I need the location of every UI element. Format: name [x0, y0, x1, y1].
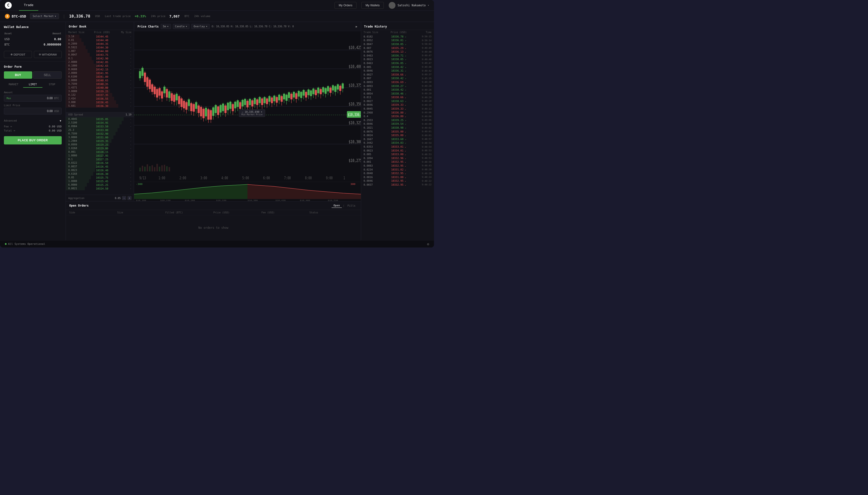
order-book-buy-row[interactable]: 0.0999 10329.25 -: [66, 143, 134, 147]
col-trade-time: Time: [412, 31, 431, 34]
sell-button[interactable]: SELL: [33, 71, 62, 79]
svg-rect-138: [256, 99, 259, 105]
col-price: Price (USD): [91, 31, 114, 34]
tab-limit[interactable]: LIMIT: [23, 82, 43, 88]
order-book-buy-row[interactable]: 3.0268 10329.00 -: [66, 147, 134, 150]
withdraw-button[interactable]: ⊖ WITHDRAW: [34, 51, 62, 58]
svg-rect-90: [197, 105, 200, 113]
order-book-buy-row[interactable]: 0.0037 10326.45 -: [66, 165, 134, 168]
chevron-down-icon: ▾: [185, 25, 187, 28]
order-book-sell-row[interactable]: 2.414 10336.55 -: [66, 97, 134, 100]
order-book-sell-row[interactable]: 1.0000 10340.65 -: [66, 79, 134, 82]
tab-stop[interactable]: STOP: [43, 82, 62, 88]
order-book-buy-row[interactable]: 0.1 10327.25 -: [66, 157, 134, 161]
svg-rect-32: [149, 166, 151, 171]
order-book-buy-row[interactable]: 0.05 10325.75 -: [66, 176, 134, 179]
my-wallets-button[interactable]: My Wallets: [361, 2, 384, 9]
svg-rect-70: [173, 95, 175, 102]
order-book-sell-row[interactable]: 3.000 10336.45 -: [66, 100, 134, 104]
trade-history-row: 0.1821 10338.98 ↗ 9:49:02: [361, 126, 434, 130]
tab-open[interactable]: Open: [332, 203, 342, 208]
order-book-buy-row[interactable]: 3.0000 10331.00 -: [66, 135, 134, 139]
svg-text:$10,530: $10,530: [328, 200, 338, 201]
order-book-buy-row[interactable]: 1.0000 10327.95 -: [66, 154, 134, 157]
order-book-buy-row[interactable]: 0.0322 10326.50 -: [66, 161, 134, 165]
tab-market[interactable]: MARKET: [4, 82, 23, 88]
order-book-sell-row[interactable]: 3.14 10344.45 -: [66, 35, 134, 38]
order-book-sell-row[interactable]: 0.2999 10344.35 -: [66, 42, 134, 46]
svg-rect-122: [237, 100, 239, 107]
limit-price-input-row: USD: [4, 108, 62, 115]
order-book-buy-row[interactable]: 0.001 10328.15 -: [66, 150, 134, 154]
settings-icon[interactable]: ⚙: [427, 242, 429, 246]
chart-type-selector[interactable]: Candle ▾: [173, 24, 190, 29]
order-book-sell-row[interactable]: 2.0000 10341.95 -: [66, 71, 134, 75]
svg-text:9/13: 9/13: [139, 176, 146, 180]
user-menu[interactable]: Satoshi Nakamoto ▾: [389, 2, 429, 9]
order-book-sell-row[interactable]: 5.601 10336.30 -: [66, 104, 134, 108]
order-book-sell-row[interactable]: 1.4371 10340.00 -: [66, 86, 134, 89]
order-book-sell-row[interactable]: 3.0000 10339.25 -: [66, 89, 134, 93]
order-book-sell-row[interactable]: 0.0047 10343.75 -: [66, 53, 134, 56]
trade-history-row: 0.007 10338.42 ↗ 9:45:35: [361, 76, 434, 80]
svg-rect-68: [171, 93, 173, 101]
order-book-sell-row[interactable]: 0.6100 10341.80 -: [66, 75, 134, 79]
limit-price-input[interactable]: [6, 109, 53, 113]
place-order-button[interactable]: PLACE BUY ORDER: [4, 136, 62, 144]
last-price-label: Last trade price: [105, 15, 131, 18]
order-book-sell-row[interactable]: 0.1000 10342.65 -: [66, 64, 134, 67]
chart-forward-icon[interactable]: ▶: [356, 25, 357, 28]
order-book-aggregation: Aggregation 0.05 − +: [66, 195, 134, 201]
order-book-buy-row[interactable]: 0.7599 10332.90 -: [66, 132, 134, 135]
col-trade-price: Price (USD): [386, 31, 412, 34]
deposit-button[interactable]: ⊕ DEPOSIT: [4, 51, 32, 58]
max-link[interactable]: Max: [6, 97, 11, 100]
svg-rect-44: [142, 68, 144, 76]
order-book-sell-row[interactable]: 0.132 10337.35 -: [66, 93, 134, 97]
select-market-button[interactable]: Select Market ▾: [30, 13, 59, 19]
tab-trade[interactable]: Trade: [19, 0, 38, 11]
order-book-sell-row[interactable]: 2.0000 10342.85 -: [66, 60, 134, 64]
trade-history-row: 0.0234 10331.02 ↙ 9:48:28: [361, 168, 434, 171]
aggregation-increase-button[interactable]: +: [128, 196, 131, 200]
order-book-buy-row[interactable]: 1.2904 10329.35 -: [66, 139, 134, 143]
svg-rect-168: [293, 92, 295, 98]
user-name-label: Satoshi Nakamoto: [397, 4, 426, 7]
amount-input[interactable]: [13, 97, 53, 100]
tab-fills[interactable]: Fills: [345, 204, 357, 208]
order-book-sell-row[interactable]: 1.007 10344.00 -: [66, 49, 134, 53]
order-book-buy-row[interactable]: 25.3 10333.00 -: [66, 128, 134, 132]
candlestick-chart: $10,425 $10,400 $10,375 $10,350 $10,325 …: [134, 31, 361, 182]
order-book-sell-row[interactable]: 0.1 10342.90 -: [66, 56, 134, 60]
svg-rect-130: [246, 101, 249, 107]
order-book-buy-row[interactable]: 1.0000 10325.45 -: [66, 179, 134, 183]
order-book-sell-row[interactable]: 0.7599 10340.35 -: [66, 82, 134, 86]
trade-history-row: 0.1667 10333.60 ↗ 9:48:57: [361, 137, 434, 141]
order-book-buy-row[interactable]: 0.0984 10333.50 -: [66, 124, 134, 128]
order-book-sell-row[interactable]: 0.5922 10344.30 -: [66, 46, 134, 49]
timeframe-selector[interactable]: 5m ▾: [161, 24, 171, 29]
order-book-buy-row[interactable]: 0.4045 10335.05 -: [66, 117, 134, 121]
charts-title: Price Charts: [137, 25, 159, 28]
buy-button[interactable]: BUY: [4, 71, 32, 79]
my-orders-button[interactable]: My Orders: [334, 2, 357, 9]
order-book-buy-row[interactable]: 0.6168 10326.30 -: [66, 172, 134, 176]
order-book-buy-row[interactable]: 0.0021 10324.50 -: [66, 187, 134, 190]
app-logo[interactable]: C: [5, 2, 12, 9]
order-book-buy-row[interactable]: 6.0000 10325.25 -: [66, 183, 134, 187]
svg-text:$10,380: $10,380: [247, 200, 258, 201]
aggregation-decrease-button[interactable]: −: [122, 196, 126, 200]
svg-rect-86: [193, 104, 195, 112]
advanced-toggle[interactable]: Advanced ▾: [4, 117, 62, 124]
order-book-sell-row[interactable]: 0.01 10344.40 -: [66, 38, 134, 42]
chart-area[interactable]: $10,425 $10,400 $10,375 $10,350 $10,325 …: [134, 31, 361, 182]
svg-text:$10,480: $10,480: [300, 200, 310, 201]
svg-text:$10,400: $10,400: [349, 64, 361, 69]
col-market-size: Market Size: [68, 31, 91, 34]
center-top: Order Book Market Size Price (USD) My Si…: [66, 22, 361, 201]
order-book-buy-row[interactable]: 0.0023 10326.40 -: [66, 168, 134, 172]
order-book-sell-row[interactable]: 0.0688 10342.15 -: [66, 67, 134, 71]
svg-rect-184: [312, 89, 314, 94]
overlay-selector[interactable]: Overlay ▾: [192, 24, 210, 29]
order-book-buy-row[interactable]: 2.5100 10334.95 -: [66, 121, 134, 124]
